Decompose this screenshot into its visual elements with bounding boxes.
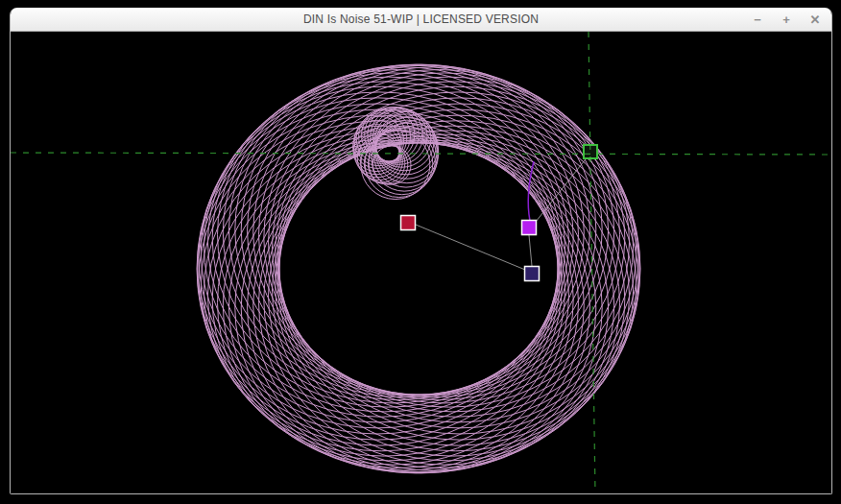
drone-handle-navy[interactable] bbox=[525, 267, 540, 281]
orbit-strand bbox=[264, 73, 625, 403]
minimize-button[interactable]: − bbox=[751, 13, 764, 26]
din-canvas[interactable] bbox=[11, 32, 831, 493]
maximize-button[interactable]: + bbox=[780, 13, 793, 26]
link-magenta-to-navy bbox=[529, 235, 532, 266]
drone-handle-red[interactable] bbox=[401, 216, 416, 230]
drone-handle-magenta[interactable] bbox=[522, 221, 537, 235]
app-window: DIN Is Noise 51-WIP | LICENSED VERSION −… bbox=[10, 8, 832, 494]
orbit-strand bbox=[212, 73, 573, 403]
orbit-strand bbox=[264, 134, 625, 465]
link-red-to-navy bbox=[416, 225, 525, 270]
titlebar[interactable]: DIN Is Noise 51-WIP | LICENSED VERSION −… bbox=[11, 8, 831, 32]
window-controls: − + ✕ bbox=[751, 8, 822, 31]
scene-svg bbox=[11, 32, 831, 493]
window-title: DIN Is Noise 51-WIP | LICENSED VERSION bbox=[303, 12, 539, 26]
close-button[interactable]: ✕ bbox=[808, 13, 822, 26]
